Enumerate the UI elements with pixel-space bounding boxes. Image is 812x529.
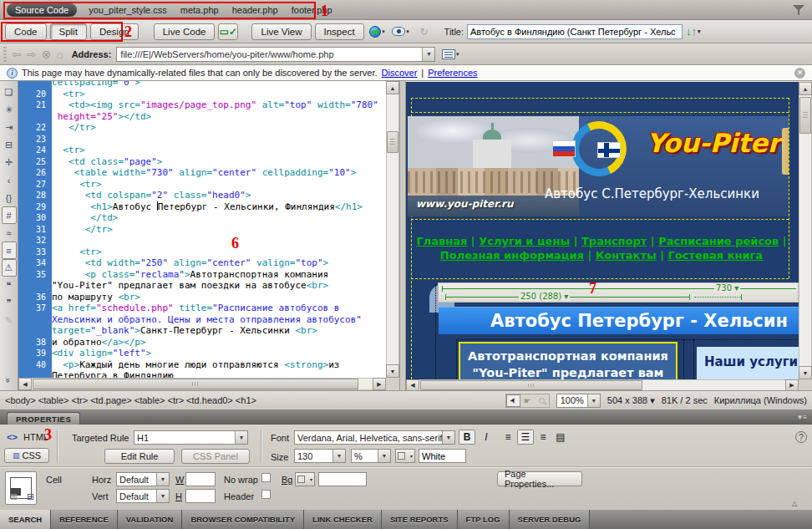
results-tab-server-debug[interactable]: SERVER DEBUG xyxy=(510,510,591,529)
code-line[interactable]: 25 <td class="page"> xyxy=(18,156,386,168)
bg-color-input[interactable] xyxy=(318,472,367,486)
visual-aids-icon[interactable]: ▾ xyxy=(391,23,411,40)
code-scroll-right-icon[interactable]: ▶ xyxy=(373,378,386,390)
filter-related-files-icon[interactable] xyxy=(793,4,805,16)
align-justify-icon[interactable]: ▤ xyxy=(552,430,569,445)
code-scroll-up-icon[interactable]: ▲ xyxy=(386,81,399,94)
table-width-730[interactable]: 730 ▾ xyxy=(714,283,740,292)
page-properties-button[interactable]: Page Properties... xyxy=(497,471,582,486)
code-line[interactable]: Петербурга в Финляндию xyxy=(18,370,386,378)
code-line[interactable]: 27 <tr> xyxy=(18,179,386,191)
targeted-rule-select[interactable]: H1▼ xyxy=(134,430,248,445)
code-view-pane[interactable]: cellspacing="0">20 <tr>21 <td><img src="… xyxy=(18,81,399,390)
collapse-toolbar-icon[interactable]: » xyxy=(2,371,17,389)
tag-selector[interactable]: <body> <table> <tr> <td.page> <table> <t… xyxy=(5,395,499,405)
expand-all-icon[interactable]: ✛ xyxy=(2,154,17,171)
close-info-bar-icon[interactable]: ✕ xyxy=(794,68,805,79)
select-tool-icon[interactable]: ➤ xyxy=(506,394,520,407)
results-tab-validation[interactable]: VALIDATION xyxy=(118,510,183,529)
toolbar-grip[interactable] xyxy=(3,47,7,62)
code-line[interactable]: 40 <p>Каждый день многие люди отправляют… xyxy=(18,359,386,371)
site-banner[interactable]: www.you-piter.ru You-Piter Автобус С.Пет… xyxy=(408,116,789,216)
code-vscroll-thumb[interactable] xyxy=(387,131,398,153)
syntax-error-alerts-icon[interactable]: ⚠ xyxy=(2,259,17,277)
inspect-button[interactable]: Inspect xyxy=(315,23,364,40)
live-view-button[interactable]: Live View xyxy=(251,23,311,40)
code-line[interactable]: 34 <td width="250" align="center" valign… xyxy=(18,257,386,269)
header-checkbox[interactable] xyxy=(261,490,271,499)
address-dropdown-icon[interactable]: ▼ xyxy=(422,48,434,61)
collapse-panel-icon[interactable]: △ xyxy=(792,500,797,507)
italic-button[interactable]: I xyxy=(478,430,495,445)
results-tab-site-reports[interactable]: SITE REPORTS xyxy=(382,510,458,529)
code-scroll-down-icon[interactable]: ▼ xyxy=(386,364,399,378)
properties-tab[interactable]: PROPERTIES xyxy=(7,412,80,425)
design-hscroll-thumb[interactable] xyxy=(420,380,642,390)
text-color-input[interactable] xyxy=(419,449,466,463)
code-line[interactable]: 31 </tr> xyxy=(18,224,386,236)
code-navigator-icon[interactable]: ✳ xyxy=(2,101,17,119)
code-line[interactable]: height="25"></td> xyxy=(18,111,386,123)
code-line[interactable]: cellspacing="0"> xyxy=(18,81,386,89)
menu-link[interactable]: Полезная информация xyxy=(440,249,584,262)
code-line[interactable]: 21 <td><img src="images/page_top.png" al… xyxy=(18,99,386,111)
apply-comment-icon[interactable]: ❝ xyxy=(2,277,17,294)
line-numbers-icon[interactable]: # xyxy=(2,206,17,224)
open-documents-icon[interactable]: ❏ xyxy=(2,84,17,101)
text-color-picker[interactable]: ▾ xyxy=(395,449,415,463)
column-width-250[interactable]: 250 (288) ▾ xyxy=(519,292,570,301)
code-editor[interactable]: cellspacing="0">20 <tr>21 <td><img src="… xyxy=(18,81,386,378)
code-line[interactable]: 33 <tr> xyxy=(18,247,386,258)
results-tab-ftp-log[interactable]: FTP LOG xyxy=(458,510,510,529)
address-input[interactable]: file:///E|/WebServers/home/you-piter/www… xyxy=(116,47,435,62)
bold-button[interactable]: B xyxy=(459,430,475,445)
collapse-selection-icon[interactable]: ⊟ xyxy=(2,136,17,154)
code-line[interactable]: 39<div align="left"> xyxy=(18,348,386,359)
design-vscroll-thumb[interactable] xyxy=(799,97,811,134)
code-line[interactable]: 36по маршруту <br> xyxy=(18,292,386,303)
size-select[interactable]: 130▼ xyxy=(294,449,346,463)
remove-comment-icon[interactable]: ❞ xyxy=(2,294,17,312)
code-line[interactable]: Хельсинки и обратно. Цены и места отправ… xyxy=(18,314,386,326)
put-file-icon[interactable]: ↑ xyxy=(692,25,698,38)
code-line[interactable]: 28 <td colspan="2" class="head0"> xyxy=(18,190,386,201)
design-scroll-left-icon[interactable]: ◀ xyxy=(406,379,419,391)
help-icon[interactable]: ? xyxy=(795,431,807,443)
panel-menu-icon[interactable]: ▼≡ xyxy=(796,414,807,421)
vert-align-select[interactable]: Default▼ xyxy=(116,489,170,503)
services-heading-box[interactable]: Наши услуги xyxy=(697,347,799,379)
collapse-full-tag-icon[interactable]: ⇥ xyxy=(2,119,17,136)
document-title-input[interactable] xyxy=(467,24,683,39)
cell-height-input[interactable] xyxy=(185,489,216,503)
page-h1-banner[interactable]: Автобус Петербург - Хельсин xyxy=(439,307,799,334)
preferences-link[interactable]: Preferences xyxy=(428,68,477,78)
results-tab-browser-compatibility[interactable]: BROWSER COMPATIBILITY xyxy=(182,510,304,529)
code-line[interactable]: 32 xyxy=(18,235,386,247)
results-tab-search[interactable]: SEARCH xyxy=(0,510,51,529)
split-view-divider[interactable] xyxy=(399,81,406,390)
align-right-icon[interactable]: ≡ xyxy=(535,430,551,445)
code-line[interactable]: 20 <tr> xyxy=(18,89,386,100)
results-tab-link-checker[interactable]: LINK CHECKER xyxy=(304,510,382,529)
menu-link[interactable]: Главная xyxy=(416,235,467,247)
file-management-icons[interactable]: ↓ ↑ ▾ xyxy=(686,25,701,38)
menu-link[interactable]: Гостевая книга xyxy=(668,249,764,262)
split-cell-icon[interactable]: ⊟ xyxy=(27,491,34,502)
preview-in-browser-icon[interactable]: ▾ xyxy=(368,23,388,40)
view-options-icon[interactable]: ▾ xyxy=(440,46,460,63)
discover-link[interactable]: Discover xyxy=(382,68,418,78)
results-tab-reference[interactable]: REFERENCE xyxy=(51,510,118,529)
code-line[interactable]: "You-Piter" предлагает вам поездки на ав… xyxy=(18,280,386,292)
size-unit-select[interactable]: %▼ xyxy=(351,449,391,463)
code-line[interactable]: 23 xyxy=(18,134,386,145)
css-mode-button[interactable]: ▥ CSS xyxy=(4,448,49,463)
bg-color-picker[interactable]: ▾ xyxy=(295,472,315,486)
check-browser-compatibility-icon[interactable]: ▭✓ xyxy=(218,23,238,40)
code-line[interactable]: 24 <tr> xyxy=(18,145,386,156)
zoom-tool-icon[interactable] xyxy=(535,394,549,407)
magnification-select[interactable]: 100%▼ xyxy=(556,394,601,408)
font-select[interactable]: Verdana, Arial, Helvetica, sans-serif▼ xyxy=(294,430,455,445)
horz-align-select[interactable]: Default▼ xyxy=(116,472,170,486)
design-scroll-down-icon[interactable]: ▼ xyxy=(799,366,812,379)
balance-braces-icon[interactable]: {} xyxy=(2,189,17,206)
